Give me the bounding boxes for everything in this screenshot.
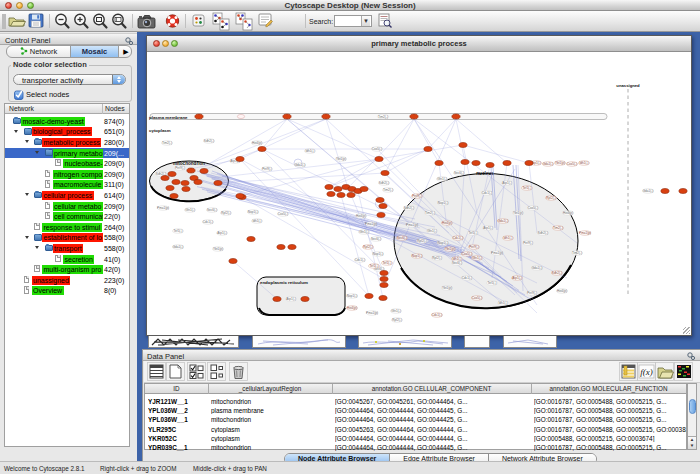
svg-text:Atp1(-): Atp1(-)	[483, 226, 492, 230]
svg-text:Cdc1(-): Cdc1(-)	[462, 276, 472, 280]
svg-text:mitochondrion: mitochondrion	[173, 161, 205, 166]
svg-text:Nop1(-): Nop1(-)	[373, 252, 384, 256]
svg-text:Atp1(-): Atp1(-)	[512, 276, 521, 280]
svg-text:Pma1(p): Pma1(p)	[365, 222, 377, 226]
svg-text:Gda1(-): Gda1(-)	[295, 163, 306, 167]
svg-text:Rpl2(-): Rpl2(-)	[363, 245, 372, 249]
svg-text:Ybt1(p): Ybt1(p)	[213, 247, 223, 251]
svg-text:Pet9(-): Pet9(-)	[412, 194, 421, 198]
svg-text:Atp1(-): Atp1(-)	[217, 231, 226, 235]
svg-text:Cox5(-): Cox5(-)	[528, 206, 538, 210]
svg-text:Sec6(-): Sec6(-)	[452, 261, 462, 265]
svg-text:Tef1(-): Tef1(-)	[523, 186, 532, 190]
svg-text:Tim2(-): Tim2(-)	[162, 141, 172, 145]
svg-text:Sdh2(-): Sdh2(-)	[204, 139, 214, 143]
svg-text:f(x): f(x)	[640, 367, 653, 377]
svg-text:Tim2(-): Tim2(-)	[572, 251, 582, 255]
svg-text:Nop1(-): Nop1(-)	[412, 254, 423, 258]
svg-text:Nop1(-): Nop1(-)	[438, 241, 449, 245]
svg-text:Tef1(-): Tef1(-)	[370, 264, 379, 268]
svg-text:Idh1(-): Idh1(-)	[252, 219, 261, 223]
svg-text:Tim2(-): Tim2(-)	[378, 115, 388, 119]
svg-text:Rpl2(-): Rpl2(-)	[417, 239, 426, 243]
svg-text:cytoplasm: cytoplasm	[149, 128, 171, 133]
svg-text:Nop1(-): Nop1(-)	[438, 201, 449, 205]
svg-text:Hxt4(p): Hxt4(p)	[563, 211, 573, 215]
svg-text:Sdh2(-): Sdh2(-)	[552, 271, 562, 275]
svg-text:Nop1(-): Nop1(-)	[347, 294, 358, 298]
svg-text:Tef1(-): Tef1(-)	[488, 281, 497, 285]
svg-text:Pet9(-): Pet9(-)	[523, 241, 532, 245]
svg-text:Ybt1(p): Ybt1(p)	[555, 161, 565, 165]
svg-text:Gda1(-): Gda1(-)	[643, 189, 654, 193]
svg-text:Cox5(-): Cox5(-)	[278, 212, 288, 216]
svg-text:Atp1(-): Atp1(-)	[286, 297, 295, 301]
svg-text:Idh1(-): Idh1(-)	[305, 149, 314, 153]
svg-text:Hxt4(p): Hxt4(p)	[356, 214, 366, 218]
svg-text:Sec6(-): Sec6(-)	[207, 208, 217, 212]
svg-text:Rpl2(-): Rpl2(-)	[392, 318, 401, 322]
svg-text:Nop1(-): Nop1(-)	[248, 210, 259, 214]
svg-text:Tef1(-): Tef1(-)	[469, 231, 478, 235]
svg-text:Sdh2(-): Sdh2(-)	[404, 206, 414, 210]
svg-text:Pma1(p): Pma1(p)	[157, 206, 169, 210]
svg-text:Gln1(-): Gln1(-)	[391, 309, 401, 313]
svg-text:Cox5(-): Cox5(-)	[567, 162, 577, 166]
svg-text:Pet9(-): Pet9(-)	[469, 245, 478, 249]
svg-text:Gln1(-): Gln1(-)	[437, 177, 447, 181]
svg-text:Gln1(-): Gln1(-)	[359, 230, 369, 234]
svg-text:Pet9(-): Pet9(-)	[175, 166, 184, 170]
svg-text:Idh1(-): Idh1(-)	[503, 236, 512, 240]
svg-text:Hxt4(p): Hxt4(p)	[557, 289, 567, 293]
svg-text:Cdc1(-): Cdc1(-)	[432, 313, 442, 317]
svg-text:Pet9(-): Pet9(-)	[527, 291, 536, 295]
svg-text:Ybt1(p): Ybt1(p)	[442, 286, 452, 290]
svg-text:Gln1(-): Gln1(-)	[185, 208, 195, 212]
svg-text:Idh1(-): Idh1(-)	[498, 301, 507, 305]
svg-text:Hxt4(p): Hxt4(p)	[347, 306, 357, 310]
svg-text:Tim2(-): Tim2(-)	[383, 188, 393, 192]
svg-text:Pma1(p): Pma1(p)	[491, 251, 503, 255]
svg-text:Cdc1(-): Cdc1(-)	[482, 191, 492, 195]
svg-text:Ybt1(p): Ybt1(p)	[336, 157, 346, 161]
svg-text:Tef1(-): Tef1(-)	[383, 261, 392, 265]
svg-text:plasma membrane: plasma membrane	[149, 115, 188, 120]
svg-text:endoplasmic reticulum: endoplasmic reticulum	[260, 280, 308, 285]
svg-text:Atp1(-): Atp1(-)	[502, 181, 511, 185]
svg-text:Cdc1(-): Cdc1(-)	[355, 258, 365, 262]
svg-text:Sec6(-): Sec6(-)	[397, 236, 407, 240]
svg-text:Ybt1(p): Ybt1(p)	[445, 247, 455, 251]
svg-text:Sec6(-): Sec6(-)	[371, 237, 381, 241]
svg-text:Gda1(-): Gda1(-)	[498, 219, 509, 223]
svg-text:Pma1(p): Pma1(p)	[579, 231, 591, 235]
svg-text:Gda1(-): Gda1(-)	[543, 162, 554, 166]
svg-text:Gda1(-): Gda1(-)	[173, 245, 184, 249]
svg-text:Hxt4(p): Hxt4(p)	[252, 141, 262, 145]
svg-text:Sdh2(-): Sdh2(-)	[379, 181, 389, 185]
svg-text:Cox5(-): Cox5(-)	[472, 296, 482, 300]
svg-text:Gln1(-): Gln1(-)	[472, 256, 482, 260]
svg-text:Cox5(-): Cox5(-)	[462, 252, 472, 256]
svg-text:unassigned: unassigned	[616, 83, 640, 88]
svg-text:Sec6(-): Sec6(-)	[454, 171, 464, 175]
svg-text:Idh1(-): Idh1(-)	[579, 161, 588, 165]
svg-text:Cdc1(-): Cdc1(-)	[203, 220, 213, 224]
svg-text:Pma1(p): Pma1(p)	[406, 223, 418, 227]
svg-text:Ybt1(p): Ybt1(p)	[513, 211, 523, 215]
svg-text:Rpl2(-): Rpl2(-)	[546, 196, 555, 200]
svg-text:Gln1(-): Gln1(-)	[427, 229, 437, 233]
svg-text:Rpl2(-): Rpl2(-)	[432, 256, 441, 260]
svg-text:Gda1(-): Gda1(-)	[532, 266, 543, 270]
svg-text:Rpl2(-): Rpl2(-)	[221, 211, 230, 215]
svg-text:Tef1(-): Tef1(-)	[174, 229, 183, 233]
svg-text:Tim2(-): Tim2(-)	[553, 226, 563, 230]
svg-text:Tim2(-): Tim2(-)	[425, 211, 435, 215]
svg-text:Cox5(-): Cox5(-)	[372, 147, 382, 151]
svg-text:Sdh2(-): Sdh2(-)	[538, 231, 548, 235]
svg-text:Pet9(-): Pet9(-)	[262, 167, 271, 171]
svg-text:Hxt4(p): Hxt4(p)	[442, 221, 452, 225]
svg-text:Cdc1(-): Cdc1(-)	[453, 236, 463, 240]
svg-text:Pma1(p): Pma1(p)	[366, 311, 378, 315]
